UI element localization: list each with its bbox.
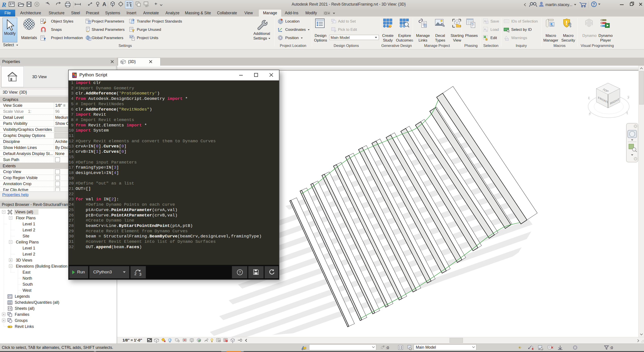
- svg-text::0: :0: [386, 346, 389, 350]
- svg-text:A: A: [484, 28, 486, 31]
- svg-text:?: ?: [239, 270, 241, 275]
- svg-text:A: A: [484, 19, 486, 23]
- svg-text:martin.stacey...: martin.stacey...: [546, 2, 572, 7]
- svg-text:?: ?: [592, 2, 595, 7]
- svg-text:!: !: [566, 19, 568, 26]
- svg-text:R: R: [2, 1, 6, 8]
- svg-text:A: A: [102, 1, 106, 7]
- svg-text::0: :0: [610, 346, 613, 350]
- svg-text:3: 3: [139, 272, 141, 276]
- svg-text:2: 2: [134, 272, 136, 276]
